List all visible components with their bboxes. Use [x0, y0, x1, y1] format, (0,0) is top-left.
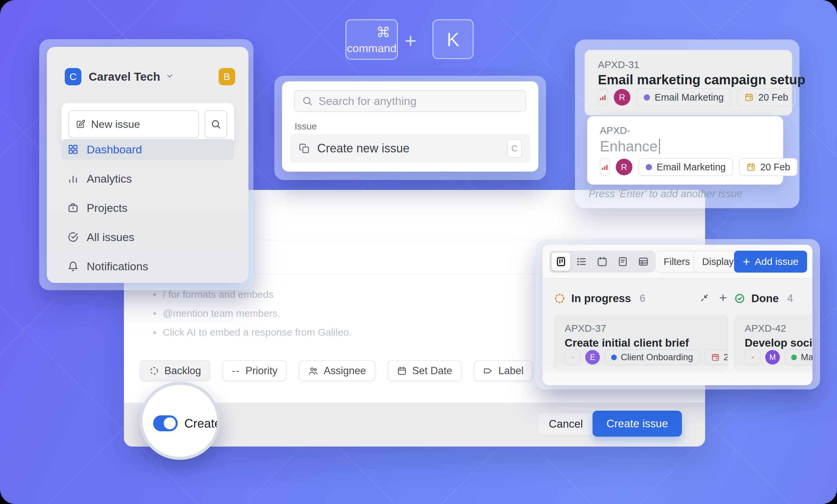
sidebar-item-notifications[interactable]: Notifications [61, 256, 234, 276]
column-name: In progress [571, 292, 631, 305]
add-issue-button[interactable]: + Add issue [734, 251, 807, 273]
shortcut-key-badge: C [507, 139, 522, 158]
priority-bars-icon [571, 353, 574, 361]
priority-chip [600, 158, 610, 176]
sidebar-item-label: Dashboard [87, 143, 142, 156]
compose-icon [76, 119, 86, 129]
column-header: Done 4 [734, 290, 813, 307]
search-input[interactable]: Search for anything [294, 90, 527, 112]
priority-button[interactable]: -- Priority [222, 360, 287, 381]
priority-bars-icon [601, 163, 609, 171]
magnifier-circle: Create mor [140, 382, 220, 460]
table-icon [638, 256, 649, 267]
collapse-column-icon[interactable] [699, 293, 710, 304]
bullet-icon [153, 331, 156, 334]
sidebar-nav: Dashboard Analytics Projects All issues [61, 139, 234, 276]
due-date-text: 20 Feb [760, 162, 790, 173]
sidebar-item-label: Analytics [87, 172, 132, 185]
sidebar-search-button[interactable] [204, 110, 227, 138]
tip-text: Click AI to embed a response from Galile… [163, 327, 352, 338]
board-view-tab[interactable] [552, 253, 570, 271]
issue-title-input[interactable]: Enhance [600, 138, 770, 155]
label-button[interactable]: Label [474, 360, 533, 381]
create-more-label: Create mor [184, 417, 220, 431]
priority-chip [745, 349, 761, 365]
issue-chips: E Client Onboarding 21 Jan [565, 349, 717, 365]
calendar-icon [596, 256, 608, 267]
workspace-switcher[interactable]: C Caravel Tech B [65, 67, 235, 86]
dashed-circle-icon [149, 366, 159, 376]
user-avatar[interactable]: B [218, 68, 235, 85]
label-chip: Client Onboarding [605, 349, 700, 365]
priority-chip [565, 349, 581, 365]
column-name: Done [751, 292, 779, 305]
tag-icon [483, 366, 493, 376]
due-date-text: 21 Jan [724, 352, 728, 363]
table-view-tab[interactable] [634, 253, 653, 271]
column-tools [699, 293, 728, 304]
calendar-icon [746, 162, 755, 172]
board-card[interactable]: APXD-42 Develop social med M Marketing [734, 315, 813, 372]
command-symbol: ⌘ [376, 24, 390, 40]
set-date-label: Set Date [412, 365, 452, 377]
column-header: In progress 6 [554, 290, 728, 307]
priority-bars-icon [751, 353, 754, 361]
sidebar-item-label: All issues [87, 231, 135, 244]
bullet-icon [153, 293, 156, 296]
issue-card[interactable]: APXD-31 Email marketing campaign setup R… [585, 50, 792, 115]
people-icon [308, 366, 318, 376]
due-date-chip: 20 Feb [737, 88, 796, 106]
bell-icon [67, 260, 79, 272]
due-date-chip: 21 Jan [705, 349, 728, 365]
create-more-toggle[interactable] [153, 415, 178, 431]
sidebar-item-projects[interactable]: Projects [61, 198, 234, 218]
label-dot-icon [646, 164, 652, 170]
sidebar-item-dashboard[interactable]: Dashboard [61, 139, 234, 160]
sidebar-item-all-issues[interactable]: All issues [61, 227, 234, 247]
new-issue-input[interactable]: New issue [68, 110, 199, 138]
tip-text: / for formats and embeds [163, 289, 274, 300]
sidebar: C Caravel Tech B New issue [47, 47, 248, 283]
issue-card-typing[interactable]: APXD- Enhance R Email Marketing 20 Feb [587, 116, 783, 185]
sidebar-item-label: Projects [87, 201, 127, 215]
document-view-tab[interactable] [613, 253, 632, 271]
search-placeholder: Search for anything [319, 95, 416, 108]
status-backlog-button[interactable]: Backlog [140, 360, 210, 381]
copy-pages-icon [299, 143, 310, 154]
search-result-create-issue[interactable]: Create new issue C [290, 134, 531, 163]
grid-icon [67, 144, 79, 155]
issue-chips: R Email Marketing 20 Feb [598, 88, 779, 106]
label-chip: Email Marketing [638, 158, 733, 176]
calendar-view-tab[interactable] [593, 253, 611, 271]
create-issue-button[interactable]: Create issue [592, 411, 682, 437]
issue-id: APXD-37 [565, 323, 717, 334]
bar-chart-icon [67, 173, 79, 184]
sidebar-item-analytics[interactable]: Analytics [61, 168, 234, 189]
assignee-avatar: M [765, 350, 780, 364]
set-date-button[interactable]: Set Date [388, 360, 462, 381]
toggle-knob [164, 417, 176, 429]
text-cursor [659, 139, 660, 154]
column-count: 4 [787, 292, 793, 304]
plus-icon: + [743, 255, 750, 268]
editor-tips: / for formats and embeds @mention team m… [153, 288, 352, 339]
due-date-chip: 20 Feb [739, 158, 798, 176]
workspace-logo: C [65, 68, 82, 85]
issue-id: APXD-42 [745, 323, 813, 334]
board-card[interactable]: APXD-37 Create initial client brief E Cl… [554, 315, 728, 372]
list-view-tab[interactable] [572, 253, 591, 271]
display-label: Display [702, 256, 734, 267]
label-chip: Marketing [785, 349, 813, 365]
assignee-button[interactable]: Assignee [299, 360, 375, 381]
label-text: Marketing [801, 352, 813, 363]
label-dot-icon [791, 355, 797, 360]
new-issue-placeholder: New issue [91, 118, 140, 130]
issue-id: APXD- [600, 125, 770, 136]
command-key-label: command [346, 42, 397, 55]
add-card-icon[interactable] [718, 293, 728, 304]
editor-tip: Click AI to embed a response from Galile… [153, 326, 352, 339]
kanban-icon [555, 256, 567, 267]
search-icon [211, 119, 221, 129]
issue-id: APXD-31 [598, 59, 779, 70]
cancel-button[interactable]: Cancel [537, 412, 594, 436]
